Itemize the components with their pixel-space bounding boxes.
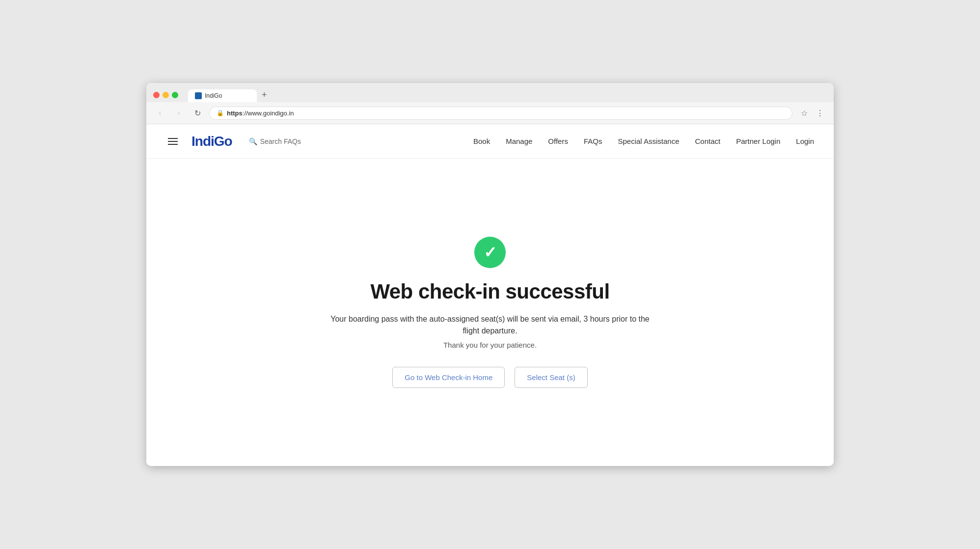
- hamburger-line-1: [168, 138, 178, 139]
- nav-links: Book Manage Offers FAQs Special Assistan…: [473, 137, 814, 145]
- indigo-logo[interactable]: IndiGo: [191, 134, 232, 149]
- site-navigation: IndiGo 🔍 Search FAQs Book Manage Offers …: [146, 124, 834, 159]
- forward-icon: ›: [177, 109, 180, 117]
- traffic-lights: [153, 92, 178, 98]
- nav-link-special-assistance[interactable]: Special Assistance: [618, 137, 679, 145]
- logo-text: IndiGo: [191, 134, 232, 149]
- nav-link-offers[interactable]: Offers: [548, 137, 568, 145]
- hamburger-menu-button[interactable]: [166, 136, 180, 147]
- tab-label: IndiGo: [205, 92, 222, 99]
- page-content: IndiGo 🔍 Search FAQs Book Manage Offers …: [146, 124, 834, 466]
- nav-link-contact[interactable]: Contact: [695, 137, 721, 145]
- go-to-checkin-home-button[interactable]: Go to Web Check-in Home: [392, 367, 505, 388]
- success-title: Web check-in successful: [370, 280, 609, 303]
- nav-link-faqs[interactable]: FAQs: [584, 137, 602, 145]
- checkmark-icon: ✓: [484, 245, 497, 260]
- nav-link-partner-login[interactable]: Partner Login: [736, 137, 780, 145]
- minimize-window-button[interactable]: [163, 92, 169, 98]
- address-bar[interactable]: 🔒 https://www.goindigo.in: [209, 107, 792, 120]
- nav-link-book[interactable]: Book: [473, 137, 490, 145]
- maximize-window-button[interactable]: [172, 92, 178, 98]
- success-subtitle: Your boarding pass with the auto-assigne…: [323, 313, 657, 337]
- search-faq-label: Search FAQs: [260, 137, 301, 145]
- success-icon: ✓: [474, 237, 506, 268]
- refresh-button[interactable]: ↻: [191, 106, 204, 120]
- forward-button[interactable]: ›: [172, 106, 186, 120]
- browser-toolbar: ‹ › ↻ 🔒 https://www.goindigo.in ☆ ⋮: [146, 102, 834, 124]
- select-seat-button[interactable]: Select Seat (s): [515, 367, 587, 388]
- refresh-icon: ↻: [194, 109, 201, 118]
- hamburger-line-3: [168, 144, 178, 145]
- close-window-button[interactable]: [153, 92, 160, 98]
- new-tab-button[interactable]: +: [257, 88, 272, 102]
- hamburger-line-2: [168, 141, 178, 142]
- active-tab[interactable]: IndiGo: [188, 89, 257, 102]
- url-display: https://www.goindigo.in: [227, 110, 294, 117]
- browser-titlebar: IndiGo +: [146, 83, 834, 102]
- action-buttons: Go to Web Check-in Home Select Seat (s): [392, 367, 587, 388]
- nav-link-manage[interactable]: Manage: [506, 137, 532, 145]
- tab-bar: IndiGo +: [188, 88, 272, 102]
- browser-window: IndiGo + ‹ › ↻ 🔒 https://www.goindigo.in…: [146, 83, 834, 466]
- nav-link-login[interactable]: Login: [796, 137, 814, 145]
- success-thankyou: Thank you for your patience.: [443, 341, 537, 349]
- tab-favicon: [195, 92, 202, 99]
- more-options-button[interactable]: ⋮: [813, 106, 827, 120]
- bookmark-button[interactable]: ☆: [797, 106, 811, 120]
- search-icon: 🔍: [249, 137, 257, 145]
- back-button[interactable]: ‹: [153, 106, 167, 120]
- search-faq-area[interactable]: 🔍 Search FAQs: [249, 137, 301, 145]
- lock-icon: 🔒: [217, 110, 224, 116]
- toolbar-actions: ☆ ⋮: [797, 106, 827, 120]
- back-icon: ‹: [159, 109, 161, 117]
- success-area: ✓ Web check-in successful Your boarding …: [146, 159, 834, 466]
